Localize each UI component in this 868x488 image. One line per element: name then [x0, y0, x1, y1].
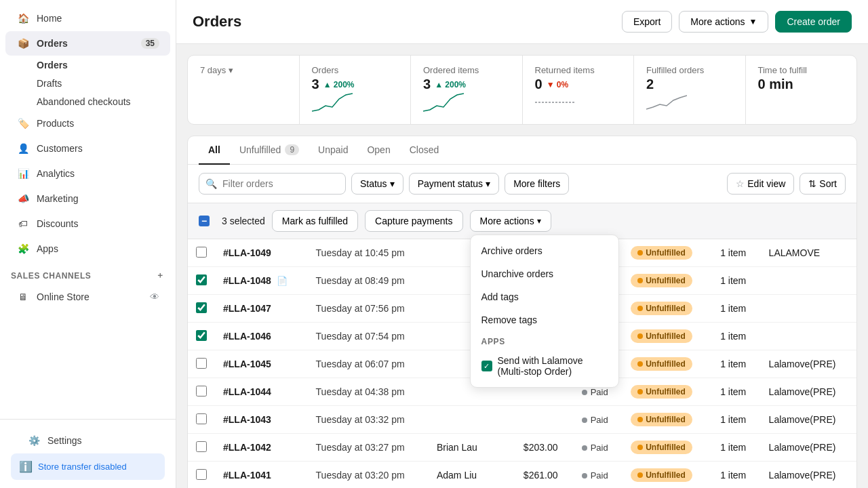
- dropdown-item-archive[interactable]: Archive orders: [471, 239, 618, 262]
- sidebar-sub-abandoned[interactable]: Abandoned checkouts: [37, 93, 170, 110]
- tab-closed[interactable]: Closed: [400, 136, 449, 165]
- tab-unfulfilled[interactable]: Unfulfilled 9: [230, 136, 309, 165]
- row-checkbox[interactable]: [196, 302, 207, 313]
- sidebar-sub-orders[interactable]: Orders: [37, 56, 170, 74]
- unfulfilled-badge: 9: [285, 144, 299, 155]
- bulk-more-actions-button[interactable]: More actions ▾: [470, 210, 551, 232]
- dropdown-item-remove-tags[interactable]: Remove tags: [471, 308, 618, 331]
- stat-period[interactable]: 7 days ▾: [188, 56, 300, 124]
- payment-status-label: Payment status: [418, 178, 484, 189]
- tab-open[interactable]: Open: [357, 136, 399, 165]
- sort-label: Sort: [819, 178, 837, 189]
- sidebar-item-apps[interactable]: 🧩 Apps: [5, 237, 170, 261]
- order-customer: Brian Lau: [429, 434, 515, 462]
- add-channel-icon[interactable]: ＋: [156, 270, 165, 281]
- sort-button[interactable]: ⇅ Sort: [800, 173, 846, 195]
- main-area: Orders Export More actions ▼ Create orde…: [176, 0, 868, 488]
- stat-ordered-items: Ordered items 3 ▲ 200%: [411, 56, 523, 124]
- row-checkbox[interactable]: [196, 386, 207, 396]
- row-checkbox[interactable]: [196, 469, 207, 480]
- order-fulfillment: Unfulfilled: [623, 434, 712, 462]
- stat-orders-label: Orders: [312, 65, 399, 75]
- order-shipping: LALAMOVE: [761, 239, 856, 267]
- order-total: [515, 406, 574, 434]
- star-icon: ☆: [736, 178, 745, 189]
- sidebar-label-settings: Settings: [47, 435, 82, 446]
- row-checkbox[interactable]: [196, 441, 207, 452]
- order-date: Tuesday at 07:56 pm: [308, 295, 429, 323]
- order-id-link[interactable]: #LLA-1042: [223, 442, 271, 453]
- row-checkbox[interactable]: [196, 274, 207, 285]
- order-id-link[interactable]: #LLA-1044: [223, 386, 271, 397]
- row-checkbox[interactable]: [196, 413, 207, 424]
- chevron-down-icon: ▼: [749, 17, 757, 26]
- store-transfer-label: Store transfer disabled: [38, 462, 127, 472]
- sidebar-item-marketing[interactable]: 📣 Marketing: [5, 186, 170, 211]
- sidebar-label-apps: Apps: [37, 243, 58, 254]
- marketing-icon: 📣: [16, 192, 30, 205]
- ordered-items-mini-chart: [423, 92, 464, 113]
- order-date: Tuesday at 08:49 pm: [308, 267, 429, 295]
- more-actions-label: More actions: [480, 216, 534, 226]
- edit-view-button[interactable]: ☆ Edit view: [727, 173, 794, 195]
- order-id-link[interactable]: #LLA-1048: [223, 275, 271, 286]
- stat-returned-items-value: 0 ▼ 0%: [535, 77, 622, 92]
- more-actions-button[interactable]: More actions ▼: [679, 11, 768, 33]
- dropdown-item-unarchive[interactable]: Unarchive orders: [471, 262, 618, 285]
- row-checkbox[interactable]: [196, 358, 207, 369]
- row-checkbox[interactable]: [196, 330, 207, 341]
- sidebar-label-analytics: Analytics: [37, 168, 75, 179]
- order-fulfillment: Unfulfilled: [623, 406, 712, 434]
- order-id-link[interactable]: #LLA-1047: [223, 303, 271, 314]
- select-all-checkbox[interactable]: [199, 216, 210, 226]
- sidebar-label-online-store: Online Store: [37, 291, 90, 302]
- create-order-button[interactable]: Create order: [775, 11, 852, 33]
- sidebar-footer: ⚙️ Settings ℹ️ Store transfer disabled: [0, 419, 176, 488]
- selected-count: 3 selected: [222, 216, 265, 226]
- search-input[interactable]: [199, 173, 346, 195]
- order-id-link[interactable]: #LLA-1046: [223, 331, 271, 342]
- order-fulfillment: Unfulfilled: [623, 350, 712, 378]
- dropdown-item-add-tags[interactable]: Add tags: [471, 285, 618, 308]
- order-id-link[interactable]: #LLA-1045: [223, 359, 271, 369]
- sidebar-item-home[interactable]: 🏠 Home: [5, 6, 170, 30]
- order-date: Tuesday at 10:45 pm: [308, 239, 429, 267]
- sidebar-item-settings[interactable]: ⚙️ Settings: [16, 428, 159, 453]
- capture-payments-button[interactable]: Capture payments: [365, 210, 462, 232]
- order-shipping: Lalamove(PRE): [761, 406, 856, 434]
- row-checkbox[interactable]: [196, 247, 207, 258]
- eye-icon[interactable]: 👁: [150, 291, 159, 302]
- sidebar-item-online-store[interactable]: 🖥 Online Store 👁: [5, 285, 170, 309]
- stat-ordered-items-label: Ordered items: [423, 65, 510, 75]
- sidebar-item-products[interactable]: 🏷️ Products: [5, 111, 170, 136]
- sidebar-item-orders[interactable]: 📦 Orders 35: [5, 31, 170, 56]
- order-shipping: [761, 295, 856, 323]
- sidebar-item-customers[interactable]: 👤 Customers: [5, 136, 170, 161]
- order-id-link[interactable]: #LLA-1041: [223, 470, 271, 481]
- order-items: 1 item: [712, 434, 760, 462]
- sidebar-item-analytics[interactable]: 📊 Analytics: [5, 161, 170, 186]
- payment-status-filter-button[interactable]: Payment status ▾: [409, 173, 500, 195]
- stat-fulfilled-orders-value: 2: [646, 77, 733, 92]
- status-filter-button[interactable]: Status ▾: [351, 173, 403, 195]
- order-id-link[interactable]: #LLA-1043: [223, 414, 271, 425]
- order-fulfillment: Unfulfilled: [623, 267, 712, 295]
- tab-all[interactable]: All: [199, 136, 230, 165]
- orders-submenu: Orders Drafts Abandoned checkouts: [0, 56, 176, 110]
- dropdown-app-lalamove[interactable]: ✓ Send with Lalamove (Multi-stop Order): [471, 349, 618, 383]
- order-shipping: Lalamove(PRE): [761, 462, 856, 489]
- order-id-link[interactable]: #LLA-1049: [223, 247, 271, 258]
- order-items: 1 item: [712, 323, 760, 350]
- export-button[interactable]: Export: [622, 11, 672, 33]
- mark-fulfilled-button[interactable]: Mark as fulfilled: [272, 210, 358, 232]
- stats-bar: 7 days ▾ Orders 3 ▲ 200% Ordered items 3: [187, 55, 857, 125]
- orders-icon: 📦: [16, 37, 30, 50]
- tab-unpaid[interactable]: Unpaid: [309, 136, 357, 165]
- sidebar-sub-drafts[interactable]: Drafts: [37, 75, 170, 92]
- order-payment: Paid: [574, 434, 623, 462]
- sidebar-label-products: Products: [37, 118, 74, 129]
- sidebar-item-discounts[interactable]: 🏷 Discounts: [5, 211, 170, 236]
- more-filters-button[interactable]: More filters: [505, 173, 569, 195]
- sidebar-label-discounts: Discounts: [37, 218, 78, 229]
- stat-period-label: 7 days ▾: [200, 65, 287, 75]
